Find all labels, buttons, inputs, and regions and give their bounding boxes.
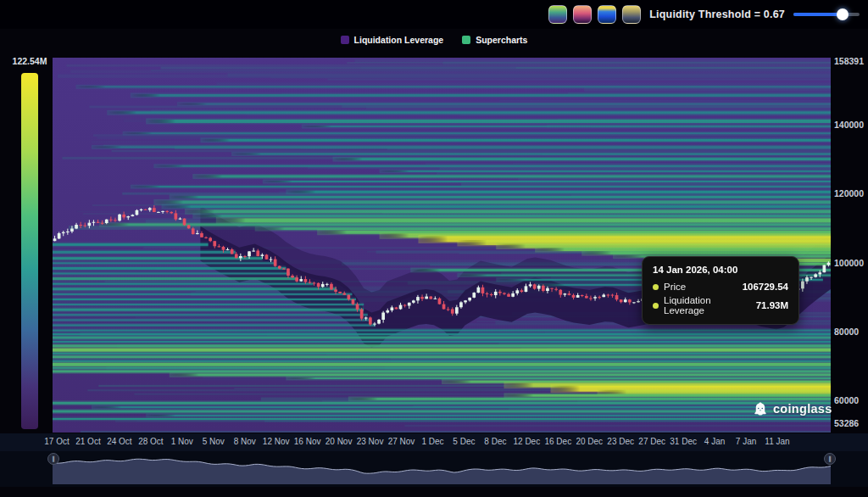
- coinglass-watermark: coinglass: [753, 401, 832, 416]
- legend-swatch-green-icon: [462, 36, 470, 44]
- tooltip-row-price: Price 106729.54: [653, 282, 788, 292]
- colorbar-max-label: 122.54M: [5, 56, 54, 66]
- palette-viridis-icon[interactable]: [548, 5, 567, 24]
- navigator-right-handle[interactable]: ∥: [824, 453, 836, 465]
- price-axis: 158391140000120000100000800006000053286: [834, 0, 868, 450]
- date-axis: 17 Oct21 Oct24 Oct28 Oct1 Nov5 Nov8 Nov1…: [0, 433, 868, 451]
- colorbar-gradient: [21, 73, 38, 429]
- price-tick-label: 60000: [834, 395, 859, 405]
- price-tick-label: 100000: [834, 258, 864, 268]
- legend-item-supercharts[interactable]: Supercharts: [462, 35, 527, 45]
- price-tick-label: 158391: [834, 56, 864, 66]
- price-tick-label: 80000: [834, 327, 859, 337]
- price-tick-label: 140000: [834, 120, 864, 130]
- colormap-palette-group: [548, 5, 641, 24]
- tooltip-label: Liquidation Leverage: [664, 295, 751, 316]
- tooltip-timestamp: 14 Jan 2026, 04:00: [653, 265, 788, 275]
- heatmap-chart-canvas[interactable]: [53, 58, 831, 433]
- navigator-left-handle[interactable]: ∥: [47, 453, 59, 465]
- price-tick-label: 120000: [834, 188, 864, 198]
- watermark-text: coinglass: [773, 402, 832, 416]
- liquidation-dot-icon: [653, 303, 659, 309]
- tooltip-label: Price: [664, 282, 686, 292]
- legend-item-liquidation-leverage[interactable]: Liquidation Leverage: [341, 35, 444, 45]
- palette-cividis-icon[interactable]: [622, 5, 641, 24]
- navigator-overview-canvas[interactable]: [53, 452, 831, 484]
- palette-magma-icon[interactable]: [573, 5, 592, 24]
- legend-label: Liquidation Leverage: [354, 35, 444, 45]
- legend-label: Supercharts: [476, 35, 527, 45]
- liquidation-heatmap-app: Liquidity Threshold = 0.67 Liquidation L…: [0, 0, 868, 497]
- tooltip-row-liquidation-leverage: Liquidation Leverage 71.93M: [653, 295, 788, 316]
- coinglass-logo-icon: [753, 401, 768, 416]
- palette-blue-icon[interactable]: [598, 5, 616, 24]
- chart-tooltip: 14 Jan 2026, 04:00 Price 106729.54 Liqui…: [642, 256, 799, 325]
- liquidity-threshold-label: Liquidity Threshold = 0.67: [649, 8, 785, 20]
- legend-swatch-purple-icon: [341, 36, 349, 44]
- chart-legend: Liquidation Leverage Supercharts: [0, 35, 868, 45]
- price-tick-label: 53286: [834, 418, 859, 428]
- tooltip-value: 106729.54: [743, 282, 788, 292]
- date-tick-label: 11 Jan: [758, 437, 797, 446]
- tooltip-value: 71.93M: [756, 300, 788, 310]
- top-toolbar: Liquidity Threshold = 0.67: [0, 0, 868, 29]
- price-dot-icon: [653, 284, 659, 290]
